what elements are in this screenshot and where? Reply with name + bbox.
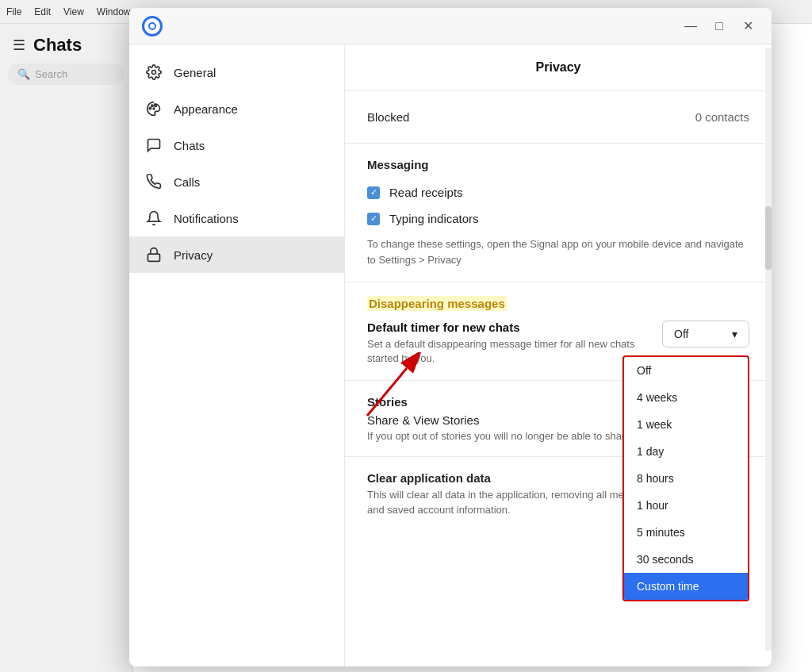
scrollbar[interactable] bbox=[765, 48, 772, 651]
settings-window: — □ ✕ General bbox=[129, 8, 772, 666]
dropdown-item-off[interactable]: Off bbox=[624, 357, 748, 384]
messaging-heading: Messaging bbox=[367, 158, 749, 171]
nav-label-general: General bbox=[174, 66, 216, 79]
dropdown-item-custom[interactable]: Custom time bbox=[624, 573, 748, 600]
dropdown-item-4weeks[interactable]: 4 weeks bbox=[624, 384, 748, 411]
svg-point-4 bbox=[155, 105, 157, 107]
nav-item-calls[interactable]: Calls bbox=[129, 163, 344, 200]
svg-point-1 bbox=[153, 108, 155, 109]
timer-dropdown-button[interactable]: Off ▾ bbox=[662, 321, 749, 348]
dropdown-item-1hour[interactable]: 1 hour bbox=[624, 492, 748, 519]
disappearing-row: Default timer for new chats Set a defaul… bbox=[367, 321, 749, 366]
scrollbar-thumb bbox=[765, 206, 772, 270]
nav-label-calls: Calls bbox=[174, 175, 200, 189]
nav-item-notifications[interactable]: Notifications bbox=[129, 200, 344, 236]
svg-point-2 bbox=[149, 107, 151, 109]
nav-item-general[interactable]: General bbox=[129, 54, 344, 90]
bg-search-bar[interactable]: 🔍 Search bbox=[8, 63, 124, 85]
close-button[interactable]: ✕ bbox=[737, 15, 759, 37]
minimize-button[interactable]: — bbox=[680, 15, 702, 37]
blocked-label: Blocked bbox=[367, 110, 409, 124]
bell-icon bbox=[145, 209, 163, 227]
dropdown-item-8hours[interactable]: 8 hours bbox=[624, 465, 748, 492]
dropdown-item-5minutes[interactable]: 5 minutes bbox=[624, 519, 748, 546]
search-icon: 🔍 bbox=[17, 68, 30, 80]
settings-titlebar: — □ ✕ bbox=[129, 8, 772, 44]
dropdown-current-value: Off bbox=[674, 328, 688, 340]
app-logo bbox=[142, 16, 163, 36]
read-receipts-label: Read receipts bbox=[389, 186, 463, 199]
appearance-icon bbox=[145, 100, 163, 117]
timer-dropdown-list[interactable]: Off 4 weeks 1 week 1 day 8 hours 1 hour … bbox=[622, 355, 749, 601]
typing-indicators-checkbox[interactable] bbox=[367, 213, 380, 225]
nav-item-appearance[interactable]: Appearance bbox=[129, 90, 344, 127]
settings-nav: General Appearance bbox=[129, 44, 345, 666]
dropdown-item-1day[interactable]: 1 day bbox=[624, 438, 748, 465]
dropdown-item-1week[interactable]: 1 week bbox=[624, 411, 748, 438]
window-controls: — □ ✕ bbox=[680, 15, 759, 37]
blocked-value: 0 contacts bbox=[695, 110, 749, 124]
logo-inner bbox=[148, 22, 156, 30]
settings-body: General Appearance bbox=[129, 44, 772, 666]
typing-indicators-label: Typing indicators bbox=[389, 212, 479, 225]
menu-edit[interactable]: Edit bbox=[34, 6, 51, 17]
dropdown-item-30seconds[interactable]: 30 seconds bbox=[624, 546, 748, 573]
chevron-down-icon: ▾ bbox=[732, 328, 737, 340]
dropdown-wrapper: Off ▾ Off 4 weeks 1 week 1 day 8 hours 1… bbox=[662, 321, 749, 348]
page-title: Privacy bbox=[345, 44, 772, 91]
nav-item-privacy[interactable]: Privacy bbox=[129, 236, 344, 273]
bg-search-text: Search bbox=[35, 68, 67, 80]
maximize-button[interactable]: □ bbox=[708, 15, 730, 37]
read-receipts-row: Read receipts bbox=[367, 182, 749, 202]
blocked-section: Blocked 0 contacts bbox=[345, 91, 772, 144]
nav-item-chats[interactable]: Chats bbox=[129, 127, 344, 163]
nav-label-notifications: Notifications bbox=[174, 212, 239, 225]
menu-window[interactable]: Window bbox=[97, 6, 131, 17]
bg-chats-title: Chats bbox=[33, 35, 82, 56]
disappearing-title: Disappearing messages bbox=[367, 296, 507, 311]
lock-icon bbox=[145, 246, 163, 263]
phone-icon bbox=[145, 173, 163, 190]
typing-indicators-row: Typing indicators bbox=[367, 209, 749, 228]
read-receipts-checkbox[interactable] bbox=[367, 186, 380, 199]
nav-label-chats: Chats bbox=[174, 139, 205, 152]
disappearing-row-title: Default timer for new chats bbox=[367, 321, 662, 334]
gear-icon bbox=[145, 63, 163, 81]
bg-sidebar: ☰ Chats 🔍 Search bbox=[0, 24, 133, 672]
hamburger-icon[interactable]: ☰ bbox=[13, 36, 25, 54]
nav-label-appearance: Appearance bbox=[174, 102, 238, 116]
svg-point-3 bbox=[151, 105, 154, 107]
nav-label-privacy: Privacy bbox=[174, 248, 213, 262]
disappearing-row-desc: Set a default disappearing message timer… bbox=[367, 337, 662, 366]
chat-icon bbox=[145, 136, 163, 154]
menu-file[interactable]: File bbox=[6, 6, 21, 17]
settings-content: Privacy Blocked 0 contacts Messaging Rea… bbox=[345, 44, 772, 666]
svg-point-0 bbox=[152, 71, 156, 75]
disappearing-section: Disappearing messages Default timer for bbox=[345, 282, 772, 381]
svg-rect-5 bbox=[148, 254, 160, 261]
blocked-row: Blocked 0 contacts bbox=[367, 106, 749, 129]
bg-sidebar-header: ☰ Chats bbox=[0, 24, 132, 63]
disappearing-info: Default timer for new chats Set a defaul… bbox=[367, 321, 662, 366]
menu-view[interactable]: View bbox=[63, 6, 84, 17]
messaging-section: Messaging Read receipts Typing indicator… bbox=[345, 144, 772, 282]
messaging-helper: To change these settings, open the Signa… bbox=[367, 236, 749, 267]
